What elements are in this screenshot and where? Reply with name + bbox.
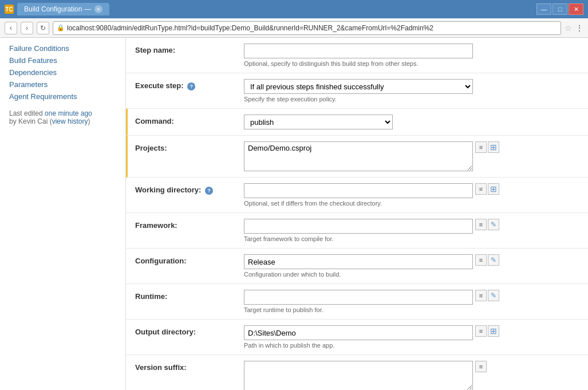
version-suffix-input-row: ≡	[244, 361, 579, 390]
runtime-input[interactable]	[244, 290, 473, 305]
configuration-edit-icon[interactable]: ✎	[488, 254, 499, 266]
projects-textarea[interactable]	[244, 141, 473, 171]
build-step-form: Step name: Optional, specify to distingu…	[126, 38, 588, 390]
working-dir-input[interactable]	[244, 183, 473, 198]
framework-input-row: ≡ ✎	[244, 219, 579, 234]
view-history-link[interactable]: view history	[52, 117, 88, 125]
projects-icon-group: ≡ ⊞	[475, 141, 499, 153]
edited-by-name: by Kevin Cai (	[9, 117, 52, 125]
content-area: Step name: Optional, specify to distingu…	[126, 38, 588, 390]
output-dir-doc-icon[interactable]: ≡	[475, 325, 487, 337]
tab-label: Build Configuration —	[24, 5, 91, 13]
runtime-hint: Target runtime to publish for.	[244, 306, 579, 313]
title-bar: TC Build Configuration — × — □ ✕	[0, 0, 588, 18]
step-name-hint: Optional, specify to distinguish this bu…	[244, 60, 579, 67]
edited-by-label: Last edited	[9, 109, 43, 117]
version-suffix-input-area: ≡ Defines the value of the $(VersionSuff…	[244, 361, 579, 390]
runtime-input-row: ≡ ✎	[244, 290, 579, 305]
app-icon: TC	[5, 5, 14, 14]
configuration-doc-icon[interactable]: ≡	[475, 254, 487, 266]
configuration-input[interactable]	[244, 254, 473, 269]
execute-step-input-row: If all previous steps finished successfu…	[244, 79, 579, 94]
version-suffix-icon-group: ≡	[475, 361, 487, 372]
sidebar-item-dependencies[interactable]: Dependencies	[0, 66, 125, 78]
runtime-input-area: ≡ ✎ Target runtime to publish for.	[244, 290, 579, 313]
output-dir-tree-icon[interactable]: ⊞	[488, 325, 499, 337]
output-dir-row: Output directory: ≡ ⊞ Path in which to p…	[126, 320, 588, 355]
working-dir-doc-icon[interactable]: ≡	[475, 183, 487, 195]
runtime-row: Runtime: ≡ ✎ Target runtime to publish f…	[126, 284, 588, 320]
window-controls: — □ ✕	[536, 3, 583, 15]
minimize-button[interactable]: —	[536, 3, 551, 15]
command-label: Command:	[135, 115, 244, 125]
url-text: localhost:9080/admin/editRunType.html?id…	[67, 24, 433, 32]
configuration-hint: Configuration under which to build.	[244, 271, 579, 278]
execute-step-select[interactable]: If all previous steps finished successfu…	[244, 79, 473, 94]
url-bar[interactable]: 🔒 localhost:9080/admin/editRunType.html?…	[53, 21, 561, 35]
projects-input-area: ≡ ⊞	[244, 141, 579, 171]
framework-icon-group: ≡ ✎	[475, 219, 499, 230]
configuration-row: Configuration: ≡ ✎ Configuration under w…	[126, 249, 588, 284]
command-row: Command: publish build test run	[126, 109, 588, 136]
last-edited-link[interactable]: one minute ago	[43, 109, 92, 117]
step-name-input-row	[244, 44, 579, 58]
output-dir-input[interactable]	[244, 325, 473, 340]
projects-doc-icon[interactable]: ≡	[475, 141, 487, 153]
output-dir-icon-group: ≡ ⊞	[475, 325, 499, 337]
working-dir-input-area: ≡ ⊞ Optional, set if differs from the ch…	[244, 183, 579, 207]
step-name-input[interactable]	[244, 44, 473, 58]
framework-hint: Target framework to compile for.	[244, 235, 579, 242]
version-suffix-label: Version suffix:	[135, 361, 244, 372]
forward-button[interactable]: ›	[21, 22, 33, 34]
sidebar-item-parameters[interactable]: Parameters	[0, 78, 125, 90]
version-suffix-row: Version suffix: ≡ Defines the value of t…	[126, 355, 588, 390]
back-button[interactable]: ‹	[5, 22, 17, 34]
execute-step-row: Execute step: ? If all previous steps fi…	[126, 73, 588, 109]
reload-button[interactable]: ↻	[37, 22, 49, 34]
sidebar-item-failure-conditions[interactable]: Failure Conditions	[0, 42, 125, 54]
execute-step-help-icon[interactable]: ?	[187, 82, 195, 90]
runtime-doc-icon[interactable]: ≡	[475, 290, 487, 301]
step-name-input-area: Optional, specify to distinguish this bu…	[244, 44, 579, 67]
runtime-edit-icon[interactable]: ✎	[488, 290, 499, 301]
close-tab-button[interactable]: ×	[94, 5, 102, 13]
command-input-area: publish build test run	[244, 115, 579, 129]
working-dir-input-row: ≡ ⊞	[244, 183, 579, 198]
projects-tree-icon[interactable]: ⊞	[488, 141, 499, 153]
close-window-button[interactable]: ✕	[569, 3, 583, 15]
sidebar-item-build-features[interactable]: Build Features	[0, 54, 125, 66]
command-input-row: publish build test run	[244, 115, 579, 129]
browser-menu-button[interactable]: ⋮	[575, 23, 583, 33]
framework-doc-icon[interactable]: ≡	[475, 219, 487, 230]
configuration-icon-group: ≡ ✎	[475, 254, 499, 266]
projects-row: Projects: ≡ ⊞	[126, 136, 588, 178]
command-select[interactable]: publish build test run	[244, 115, 393, 129]
framework-label: Framework:	[135, 219, 244, 230]
execute-step-hint: Specify the step execution policy.	[244, 96, 579, 103]
sidebar-item-agent-requirements[interactable]: Agent Requirements	[0, 90, 125, 103]
step-name-row: Step name: Optional, specify to distingu…	[126, 38, 588, 73]
working-dir-help-icon[interactable]: ?	[205, 187, 213, 195]
framework-edit-icon[interactable]: ✎	[488, 219, 499, 230]
working-dir-row: Working directory: ? ≡ ⊞ Optional, set i…	[126, 178, 588, 213]
browser-tab: Build Configuration — ×	[17, 3, 109, 15]
version-suffix-doc-icon[interactable]: ≡	[475, 361, 487, 372]
framework-input-area: ≡ ✎ Target framework to compile for.	[244, 219, 579, 242]
execute-step-label: Execute step: ?	[135, 79, 244, 90]
configuration-input-area: ≡ ✎ Configuration under which to build.	[244, 254, 579, 278]
framework-input[interactable]	[244, 219, 473, 234]
step-name-label: Step name:	[135, 44, 244, 54]
maximize-button[interactable]: □	[553, 3, 567, 15]
runtime-label: Runtime:	[135, 290, 244, 301]
version-suffix-textarea[interactable]	[244, 361, 473, 390]
configuration-input-row: ≡ ✎	[244, 254, 579, 269]
output-dir-input-row: ≡ ⊞	[244, 325, 579, 340]
framework-row: Framework: ≡ ✎ Target framework to compi…	[126, 213, 588, 249]
output-dir-hint: Path in which to publish the app.	[244, 342, 579, 349]
working-dir-tree-icon[interactable]: ⊞	[488, 183, 499, 195]
last-edited-info: Last edited one minute ago by Kevin Cai …	[0, 103, 125, 128]
bookmark-button[interactable]: ☆	[565, 23, 572, 33]
working-dir-label: Working directory: ?	[135, 183, 244, 195]
lock-icon: 🔒	[57, 24, 65, 31]
execute-step-input-area: If all previous steps finished successfu…	[244, 79, 579, 103]
